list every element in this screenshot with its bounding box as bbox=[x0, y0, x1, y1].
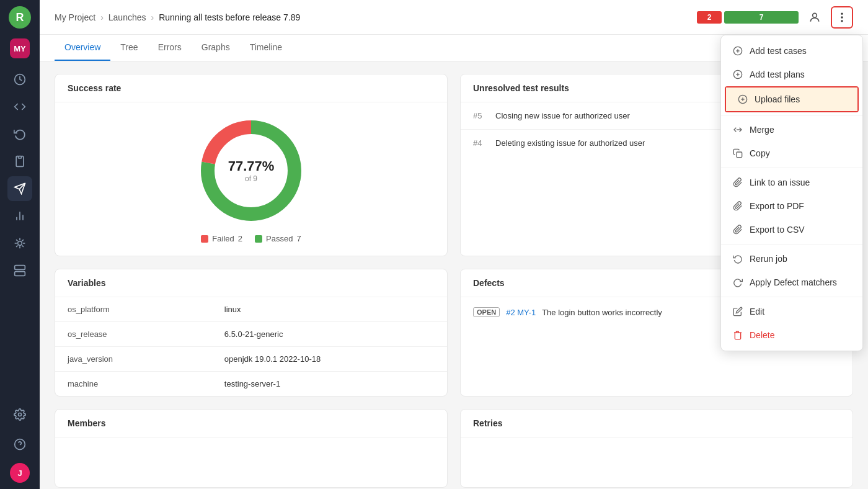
legend-passed: Passed 7 bbox=[255, 234, 301, 243]
merge-icon bbox=[732, 124, 743, 135]
menu-edit-label: Edit bbox=[750, 307, 764, 316]
menu-copy-label: Copy bbox=[750, 148, 770, 158]
menu-link-issue[interactable]: Link to an issue bbox=[721, 171, 862, 194]
variables-title: Variables bbox=[55, 269, 447, 297]
sidebar-item-settings[interactable] bbox=[7, 402, 32, 427]
sidebar-item-rocket[interactable] bbox=[7, 176, 32, 201]
menu-copy[interactable]: Copy bbox=[721, 141, 862, 165]
svg-point-16 bbox=[841, 20, 843, 22]
menu-merge[interactable]: Merge bbox=[721, 118, 862, 141]
var-key-os-release: os_release bbox=[55, 322, 212, 347]
tab-tree[interactable]: Tree bbox=[110, 35, 148, 61]
menu-apply-defect-label: Apply Defect matchers bbox=[750, 277, 837, 287]
breadcrumb-launches[interactable]: Launches bbox=[108, 12, 146, 22]
apply-defect-icon bbox=[732, 277, 743, 288]
failed-count: 2 bbox=[238, 234, 242, 243]
members-card: Members bbox=[55, 409, 448, 488]
menu-divider-1 bbox=[721, 115, 862, 115]
var-val-os-platform: linux bbox=[212, 297, 447, 322]
success-rate-card: Success rate 77.77% of bbox=[55, 74, 448, 256]
export-pdf-icon bbox=[732, 200, 743, 212]
menu-delete[interactable]: Delete bbox=[721, 323, 862, 347]
retries-body bbox=[461, 437, 852, 487]
retries-card: Retries bbox=[460, 409, 853, 488]
svg-point-14 bbox=[841, 12, 843, 14]
tab-errors[interactable]: Errors bbox=[148, 35, 192, 61]
menu-divider-3 bbox=[721, 244, 862, 244]
menu-export-pdf-label: Export to PDF bbox=[750, 201, 804, 211]
var-val-machine: testing-server-1 bbox=[212, 372, 447, 397]
sidebar-item-dashboard[interactable] bbox=[7, 67, 32, 92]
copy-icon bbox=[732, 148, 743, 159]
menu-add-test-cases[interactable]: Add test cases bbox=[721, 39, 862, 63]
menu-upload-files-label: Upload files bbox=[755, 94, 800, 104]
donut-of-label: of 9 bbox=[228, 174, 275, 183]
breadcrumb-sep2: › bbox=[151, 12, 154, 22]
members-title: Members bbox=[55, 410, 447, 437]
donut-chart: 77.77% of 9 bbox=[195, 115, 307, 227]
donut-legend: Failed 2 Passed 7 bbox=[201, 234, 301, 243]
passed-dot bbox=[255, 235, 262, 243]
workspace-avatar[interactable]: MY bbox=[10, 38, 30, 58]
passed-count: 7 bbox=[296, 234, 301, 243]
user-avatar[interactable]: J bbox=[10, 463, 30, 483]
menu-export-csv[interactable]: Export to CSV bbox=[721, 218, 862, 241]
svg-rect-6 bbox=[15, 266, 25, 270]
upload-files-icon bbox=[737, 94, 748, 105]
sidebar-item-chart[interactable] bbox=[7, 204, 32, 228]
passed-label: Passed bbox=[266, 234, 293, 243]
failed-label: Failed bbox=[212, 234, 234, 243]
sidebar-item-clipboard[interactable] bbox=[7, 149, 32, 174]
sidebar-item-bug[interactable] bbox=[7, 231, 32, 256]
export-csv-icon bbox=[732, 224, 743, 235]
menu-edit[interactable]: Edit bbox=[721, 300, 862, 323]
defect-ref[interactable]: #2 MY-1 bbox=[506, 308, 536, 317]
edit-icon bbox=[732, 306, 743, 317]
svg-rect-1 bbox=[19, 156, 22, 158]
var-key-machine: machine bbox=[55, 372, 212, 397]
app-logo: R bbox=[9, 6, 31, 29]
unresolved-num-5: #5 bbox=[473, 111, 488, 120]
svg-rect-7 bbox=[15, 272, 25, 276]
menu-add-test-plans[interactable]: Add test plans bbox=[721, 63, 862, 86]
failed-segment: 2 bbox=[697, 11, 722, 24]
tab-overview[interactable]: Overview bbox=[55, 35, 110, 61]
donut-container: 77.77% of 9 Failed 2 Passed 7 bbox=[55, 102, 447, 256]
unresolved-text-5: Closing new issue for authorized user bbox=[495, 111, 630, 120]
var-val-java: openjdk 19.0.1 2022-10-18 bbox=[212, 347, 447, 372]
variables-card: Variables os_platform linux os_release 6… bbox=[55, 269, 448, 397]
unresolved-text-4: Deleting existing issue for authorized u… bbox=[495, 138, 645, 148]
more-options-button[interactable] bbox=[831, 6, 853, 29]
failed-dot bbox=[201, 235, 208, 243]
menu-add-test-cases-label: Add test cases bbox=[750, 46, 807, 56]
breadcrumb-sep1: › bbox=[100, 12, 104, 22]
sidebar-item-refresh[interactable] bbox=[7, 122, 32, 146]
defect-title: The login button works incorrectly bbox=[542, 308, 662, 317]
link-issue-icon bbox=[732, 177, 743, 188]
menu-rerun-job[interactable]: Rerun job bbox=[721, 247, 862, 271]
var-key-os-platform: os_platform bbox=[55, 297, 212, 322]
sidebar-item-storage[interactable] bbox=[7, 258, 32, 283]
user-profile-button[interactable] bbox=[804, 6, 826, 29]
add-test-plans-icon bbox=[732, 69, 743, 80]
defect-badge: OPEN bbox=[473, 307, 500, 317]
breadcrumb: My Project › Launches › Running all test… bbox=[55, 12, 692, 22]
rerun-job-icon bbox=[732, 253, 743, 264]
var-row-machine: machine testing-server-1 bbox=[55, 372, 447, 397]
upload-files-highlight: Upload files bbox=[725, 86, 859, 112]
menu-export-csv-label: Export to CSV bbox=[750, 225, 805, 235]
menu-upload-files[interactable]: Upload files bbox=[726, 87, 857, 111]
members-body bbox=[55, 437, 447, 487]
legend-failed: Failed 2 bbox=[201, 234, 242, 243]
var-row-os-platform: os_platform linux bbox=[55, 297, 447, 322]
tab-timeline[interactable]: Timeline bbox=[240, 35, 292, 61]
sidebar-item-help[interactable] bbox=[7, 432, 32, 457]
sidebar-item-code[interactable] bbox=[7, 94, 32, 119]
menu-export-pdf[interactable]: Export to PDF bbox=[721, 194, 862, 218]
menu-apply-defect[interactable]: Apply Defect matchers bbox=[721, 271, 862, 294]
menu-divider-4 bbox=[721, 297, 862, 297]
retries-title: Retries bbox=[461, 410, 852, 437]
delete-icon bbox=[732, 330, 743, 341]
breadcrumb-project[interactable]: My Project bbox=[55, 12, 95, 22]
tab-graphs[interactable]: Graphs bbox=[192, 35, 240, 61]
